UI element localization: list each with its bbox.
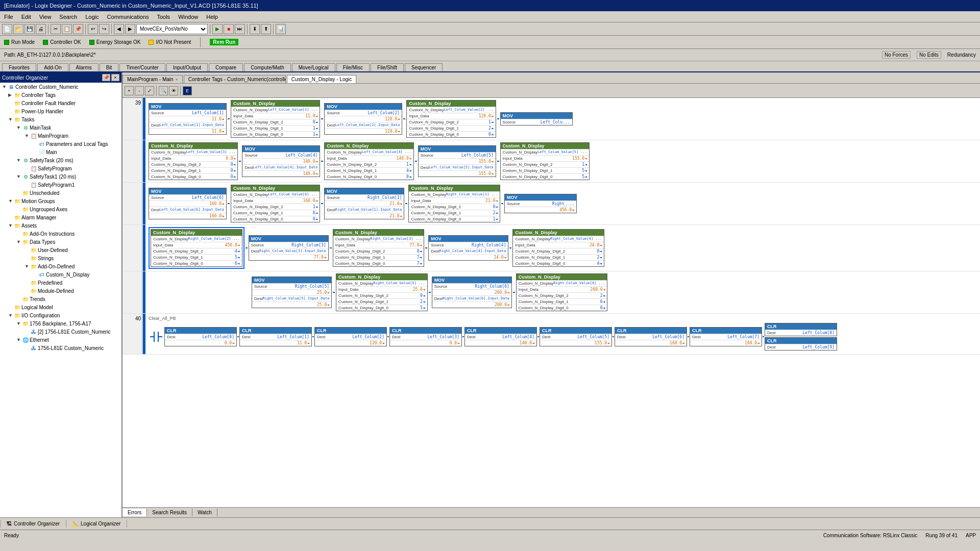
- ribbon-tab-bit[interactable]: Bit: [100, 63, 119, 71]
- monitor-btn[interactable]: 📊: [276, 24, 286, 34]
- undo-btn[interactable]: ↩: [88, 24, 98, 34]
- custom-display-selected[interactable]: Custom_N_Display Custom_N_Display Right_…: [151, 229, 242, 267]
- tree-safetyprogram[interactable]: ▶ 📋 SafetyProgram: [0, 164, 121, 172]
- zoom-out[interactable]: -: [135, 86, 144, 95]
- back-btn[interactable]: ◀: [114, 24, 124, 34]
- edits-btn[interactable]: No Edits: [917, 51, 941, 59]
- expand-arrow[interactable]: ▼: [16, 125, 21, 130]
- expand-arrow[interactable]: ▼: [24, 264, 30, 269]
- forces-btn[interactable]: No Forces: [882, 51, 911, 59]
- tree-motion-groups[interactable]: ▼ 📁 Motion Groups: [0, 197, 121, 205]
- tree-unscheduled[interactable]: ▶ 📁 Unscheduled: [0, 189, 121, 197]
- ribbon-tab-filemisc[interactable]: File/Misc: [336, 63, 370, 71]
- print-btn[interactable]: 🖨: [36, 24, 46, 34]
- tree-fault-handler[interactable]: ▶ 📁 Controller Fault Handler: [0, 99, 121, 107]
- copy-btn[interactable]: 📋: [62, 24, 72, 34]
- close-icon[interactable]: ×: [176, 77, 178, 82]
- expand-arrow[interactable]: ▼: [8, 198, 13, 204]
- redo-btn[interactable]: ↪: [99, 24, 109, 34]
- tree-predefined[interactable]: ▶ 📁 Predefined: [0, 279, 121, 287]
- tree-custom-n-display[interactable]: ▶ 🏷 Custom_N_Display: [0, 270, 121, 279]
- run-btn[interactable]: ▶: [212, 24, 223, 34]
- panel-close[interactable]: ×: [111, 74, 119, 81]
- expand-arrow[interactable]: ▼: [16, 158, 21, 163]
- menu-file[interactable]: File: [0, 13, 17, 21]
- tree-safetytask[interactable]: ▼ ⚙ SafetyTask (20 ms): [0, 156, 121, 164]
- ribbon-tab-fileshift[interactable]: File/Shift: [371, 63, 404, 71]
- tree-ethernet[interactable]: ▼ 🌐 Ethernet: [0, 336, 121, 344]
- tree-alarm-manager[interactable]: ▶ 📁 Alarm Manager: [0, 213, 121, 221]
- zoom-fit[interactable]: ⤢: [145, 86, 154, 95]
- menu-search[interactable]: Search: [55, 13, 81, 21]
- menu-view[interactable]: View: [35, 13, 56, 21]
- upload-btn[interactable]: ⬆: [261, 24, 271, 34]
- tab-controller-tags[interactable]: Controller Tags - Custom_Numeric(control…: [184, 75, 286, 83]
- ribbon-tab-favorites[interactable]: Favorites: [2, 63, 36, 71]
- open-btn[interactable]: 📂: [13, 24, 23, 34]
- tab-custom-n-display[interactable]: Custom_N_Display - Logic: [287, 75, 356, 83]
- tree-addon-instructions[interactable]: ▶ 📁 Add-On Instructions: [0, 230, 121, 238]
- variable-combo[interactable]: MoveCEx_PosVarNo: [136, 24, 208, 34]
- menu-logic[interactable]: Logic: [81, 13, 103, 21]
- expand-arrow[interactable]: ▼: [16, 321, 21, 326]
- ribbon-tab-move[interactable]: Move/Logical: [292, 63, 335, 71]
- tree-data-types[interactable]: ▼ 📁 Data Types: [0, 238, 121, 246]
- download-btn[interactable]: ⬇: [250, 24, 260, 34]
- ribbon-tab-io[interactable]: Input/Output: [166, 63, 208, 71]
- tree-backplane[interactable]: ▼ 📁 1756 Backplane, 1756-A17: [0, 319, 121, 328]
- controller-organizer-tab[interactable]: 🏗 Controller Organizer: [0, 520, 66, 528]
- tree-safetyprogram1[interactable]: ▶ 📋 SafetyProgram1: [0, 181, 121, 189]
- stop-btn[interactable]: ■: [224, 24, 234, 34]
- fwd-btn[interactable]: ▶: [125, 24, 135, 34]
- ribbon-tab-compare[interactable]: Compare: [209, 63, 243, 71]
- tree-strings[interactable]: ▶ 📁 Strings: [0, 254, 121, 262]
- ribbon-tab-alarms[interactable]: Alarms: [69, 63, 99, 71]
- tree-io-config[interactable]: ▼ 📁 I/O Configuration: [0, 311, 121, 319]
- expand-arrow[interactable]: ▼: [2, 84, 7, 89]
- tree-maintask[interactable]: ▼ ⚙ MainTask: [0, 123, 121, 132]
- logical-organizer-tab[interactable]: 📐 Logical Organizer: [66, 520, 127, 528]
- ladder-canvas-wrapper[interactable]: 39 MOV Source Left_Colum[1]: [122, 98, 980, 507]
- tree-user-defined[interactable]: ▶ 📁 User-Defined: [0, 246, 121, 254]
- ribbon-tab-compute[interactable]: Compute/Math: [244, 63, 291, 71]
- expand-arrow[interactable]: ▼: [16, 174, 21, 179]
- cut-btn[interactable]: ✂: [51, 24, 61, 34]
- ribbon-tab-timer[interactable]: Timer/Counter: [119, 63, 165, 71]
- tab-mainprogram[interactable]: MainProgram - Main ×: [122, 75, 183, 83]
- expand-arrow[interactable]: ▼: [8, 313, 13, 318]
- expand-arrow[interactable]: ▼: [16, 337, 21, 342]
- tree-ungrouped-axes[interactable]: ▶ 📁 Ungrouped Axes: [0, 205, 121, 213]
- panel-pin[interactable]: 📌: [102, 74, 110, 81]
- save-btn[interactable]: 💾: [24, 24, 35, 34]
- menu-window[interactable]: Window: [174, 13, 202, 21]
- search-rung[interactable]: 🔍: [159, 86, 168, 95]
- tree-power-handler[interactable]: ▶ 📁 Power-Up Handler: [0, 107, 121, 115]
- tree-addon-defined[interactable]: ▼ 📁 Add-On-Defined: [0, 262, 121, 270]
- search-results-tab[interactable]: Search Results: [147, 509, 192, 516]
- tree-params-local[interactable]: ▶ 🏷 Parameters and Local Tags: [0, 140, 121, 148]
- tree-module-defined[interactable]: ▶ 📁 Module-Defined: [0, 287, 121, 295]
- tree-safetytask1[interactable]: ▼ ⚙ SafetyTask1 (20 ms): [0, 172, 121, 181]
- step-btn[interactable]: ⏭: [235, 24, 245, 34]
- tree-tasks[interactable]: ▼ 📁 Tasks: [0, 115, 121, 123]
- errors-tab[interactable]: Errors: [122, 509, 147, 516]
- expand-arrow[interactable]: ▼: [24, 133, 30, 138]
- new-btn[interactable]: 📄: [2, 24, 12, 34]
- expand-arrow[interactable]: ▼: [8, 223, 13, 228]
- edit-mode[interactable]: E: [183, 86, 192, 95]
- ribbon-tab-addon[interactable]: Add-On: [37, 63, 68, 71]
- tree-l81e[interactable]: ▶ 🖧 [2] 1756-L81E Custom_Numeric: [0, 328, 121, 336]
- tree-assets[interactable]: ▼ 📁 Assets: [0, 221, 121, 230]
- monitor-mode[interactable]: 👁: [169, 86, 178, 95]
- tree-ethernet-numeric[interactable]: ▶ 🖧 1756-L81E Custom_Numeric: [0, 344, 121, 352]
- zoom-in[interactable]: +: [125, 86, 134, 95]
- tree-mainprogram[interactable]: ▼ 📋 MainProgram: [0, 132, 121, 140]
- expand-arrow[interactable]: ▼: [16, 239, 21, 244]
- tree-trends[interactable]: ▶ 📁 Trends: [0, 295, 121, 303]
- ribbon-tab-sequencer[interactable]: Sequencer: [405, 63, 443, 71]
- watch-tab[interactable]: Watch: [192, 509, 217, 516]
- expand-arrow[interactable]: ▶: [8, 92, 13, 97]
- expand-arrow[interactable]: ▼: [8, 117, 13, 122]
- tree-controller-tags[interactable]: ▶ 📁 Controller Tags: [0, 91, 121, 99]
- tree-controller[interactable]: ▼ 🖥 Controller Custom_Numeric: [0, 83, 121, 91]
